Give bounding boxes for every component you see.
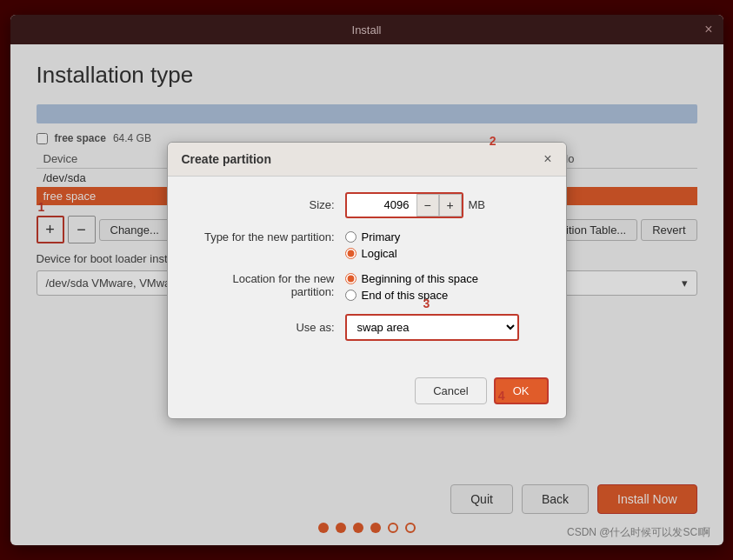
dialog-close-button[interactable]: ×	[543, 151, 551, 167]
location-beginning-option[interactable]: Beginning of this space	[345, 272, 478, 285]
dialog-title: Create partition	[182, 152, 271, 166]
type-primary-radio[interactable]	[345, 231, 357, 243]
partition-type-options: Primary Logical	[345, 230, 401, 260]
annotation-4: 4	[498, 389, 505, 403]
use-as-label: Use as:	[189, 321, 345, 334]
location-end-radio[interactable]	[345, 290, 357, 301]
use-as-row: Use as: swap area Ext4 journaling file s…	[189, 314, 545, 341]
type-logical-option[interactable]: Logical	[345, 247, 401, 260]
location-end-label: End of this space	[362, 289, 449, 302]
annotation-3: 3	[423, 297, 430, 310]
location-beginning-radio[interactable]	[345, 273, 357, 284]
type-logical-radio[interactable]	[345, 248, 357, 259]
size-input[interactable]	[347, 195, 416, 215]
create-partition-dialog: 2 Create partition × Size: − + MB	[167, 142, 567, 419]
dialog-footer: Cancel 4 OK	[168, 369, 566, 418]
use-as-select[interactable]: swap area Ext4 journaling file system Ex…	[345, 314, 519, 341]
type-primary-label: Primary	[362, 230, 401, 243]
type-primary-option[interactable]: Primary	[345, 230, 401, 243]
dialog-overlay: 2 Create partition × Size: − + MB	[10, 15, 723, 545]
dialog-body: Size: − + MB Type for the new partition:	[168, 177, 566, 369]
location-end-option[interactable]: End of this space	[345, 289, 478, 302]
location-label: Location for the new partition:	[189, 272, 345, 298]
size-label: Size:	[189, 198, 345, 211]
annotation-2: 2	[490, 134, 496, 148]
location-options: Beginning of this space End of this spac…	[345, 272, 478, 302]
location-row: Location for the new partition: Beginnin…	[189, 272, 545, 302]
size-decrement-button[interactable]: −	[416, 194, 439, 217]
main-window: Install × Installation type free space 6…	[10, 15, 723, 545]
size-input-group: − +	[345, 192, 463, 218]
size-row: Size: − + MB	[189, 192, 545, 218]
size-unit: MB	[469, 198, 486, 211]
dialog-title-bar: Create partition ×	[168, 143, 566, 177]
location-beginning-label: Beginning of this space	[362, 272, 478, 285]
type-logical-label: Logical	[362, 247, 397, 260]
cancel-button[interactable]: Cancel	[415, 377, 486, 404]
partition-type-row: Type for the new partition: Primary Logi…	[189, 230, 545, 260]
size-increment-button[interactable]: +	[439, 194, 462, 217]
partition-type-label: Type for the new partition:	[189, 230, 345, 243]
